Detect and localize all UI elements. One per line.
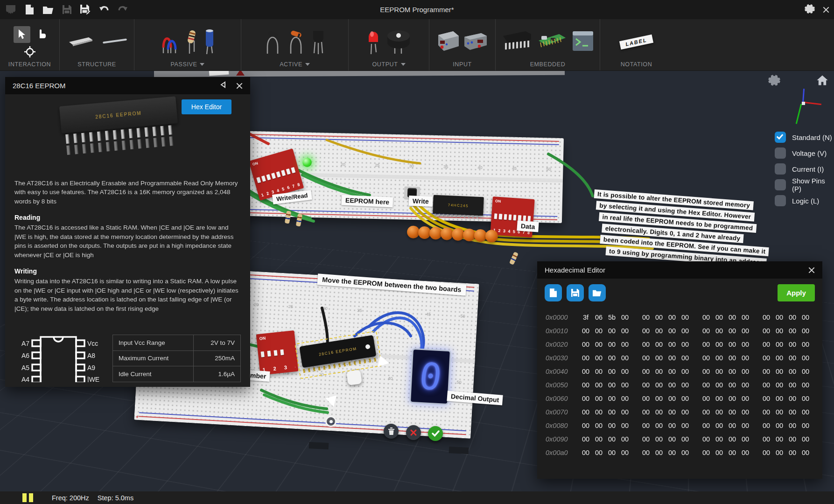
terminal-item[interactable] bbox=[572, 31, 594, 53]
hex-byte[interactable]: 00 bbox=[653, 368, 665, 375]
breadboard-item[interactable] bbox=[66, 32, 95, 52]
green-led[interactable] bbox=[302, 158, 312, 167]
hex-byte[interactable]: 00 bbox=[714, 314, 725, 321]
hex-byte[interactable]: 00 bbox=[606, 422, 617, 429]
window-close-button[interactable] bbox=[823, 7, 829, 13]
hex-byte[interactable]: 00 bbox=[787, 314, 798, 321]
checkbox-unchecked[interactable] bbox=[775, 147, 786, 159]
hex-byte[interactable]: 00 bbox=[787, 408, 798, 416]
hex-byte[interactable]: 00 bbox=[640, 435, 652, 443]
checkbox-unchecked[interactable] bbox=[775, 195, 786, 206]
resistor[interactable] bbox=[509, 252, 519, 265]
hex-byte[interactable]: 00 bbox=[640, 314, 652, 321]
dip-slider[interactable] bbox=[267, 350, 271, 357]
hex-byte[interactable]: 00 bbox=[580, 449, 591, 456]
label-item[interactable]: LABEL bbox=[619, 35, 653, 49]
hex-byte[interactable]: 00 bbox=[593, 354, 604, 362]
hex-byte[interactable]: 00 bbox=[680, 314, 691, 321]
hex-byte[interactable]: 00 bbox=[740, 435, 751, 443]
hex-byte[interactable]: 00 bbox=[787, 395, 798, 402]
rod-item[interactable] bbox=[102, 34, 128, 50]
hex-save-button[interactable] bbox=[567, 284, 584, 301]
dip-slider[interactable] bbox=[523, 215, 526, 221]
hex-byte[interactable]: 00 bbox=[761, 327, 772, 335]
pause-icon[interactable] bbox=[22, 493, 33, 502]
hex-byte[interactable]: 00 bbox=[727, 449, 738, 456]
hex-byte[interactable]: 00 bbox=[653, 341, 665, 348]
hex-byte[interactable]: 00 bbox=[640, 354, 652, 362]
dip-sliders[interactable] bbox=[494, 213, 531, 221]
hex-byte[interactable]: 00 bbox=[653, 381, 665, 389]
dip-slider[interactable] bbox=[281, 169, 286, 175]
hex-panel-close-button[interactable] bbox=[808, 267, 815, 273]
hex-byte[interactable]: 00 bbox=[666, 368, 678, 375]
dip-slider[interactable] bbox=[513, 215, 517, 220]
view-option[interactable]: Voltage (V) bbox=[775, 147, 834, 159]
hex-byte[interactable]: 00 bbox=[580, 354, 591, 362]
hex-byte[interactable]: 00 bbox=[701, 381, 712, 389]
hex-byte[interactable]: 00 bbox=[774, 354, 785, 362]
hex-byte[interactable]: 00 bbox=[653, 314, 665, 321]
hex-byte[interactable]: 00 bbox=[593, 395, 604, 402]
hex-byte[interactable]: 00 bbox=[727, 314, 738, 321]
hex-byte[interactable]: 06 bbox=[593, 314, 604, 321]
hex-byte[interactable]: 00 bbox=[619, 314, 631, 321]
hex-byte[interactable]: 00 bbox=[740, 314, 751, 321]
hex-byte[interactable]: 00 bbox=[640, 422, 652, 429]
led-item[interactable] bbox=[367, 28, 380, 56]
hex-byte[interactable]: 00 bbox=[593, 381, 604, 389]
reset-view-button[interactable] bbox=[816, 74, 829, 89]
hex-byte[interactable]: 00 bbox=[640, 408, 652, 416]
hex-byte[interactable]: 00 bbox=[593, 449, 604, 456]
hex-byte[interactable]: 00 bbox=[761, 314, 772, 321]
focus-tool-button[interactable] bbox=[24, 46, 35, 59]
transistor-item[interactable] bbox=[311, 28, 325, 56]
hex-byte[interactable]: 00 bbox=[774, 449, 785, 456]
hex-editor-button[interactable]: Hex Editor bbox=[182, 99, 231, 114]
dip-sliders[interactable] bbox=[261, 348, 294, 357]
hex-byte[interactable]: 00 bbox=[727, 368, 738, 375]
hex-byte[interactable]: 00 bbox=[680, 381, 691, 389]
hex-byte[interactable]: 00 bbox=[800, 354, 811, 362]
hex-byte[interactable]: 00 bbox=[593, 327, 604, 335]
hex-byte[interactable]: 00 bbox=[701, 368, 712, 375]
dip-slider[interactable] bbox=[261, 351, 265, 357]
dip-slider[interactable] bbox=[256, 177, 261, 183]
capacitor-row[interactable] bbox=[406, 225, 497, 243]
hex-byte[interactable]: 00 bbox=[701, 354, 712, 362]
hex-byte[interactable]: 00 bbox=[666, 422, 678, 429]
hex-byte[interactable]: 00 bbox=[666, 314, 678, 321]
hex-byte[interactable]: 00 bbox=[619, 354, 631, 362]
dip-slider[interactable] bbox=[280, 350, 284, 356]
hex-byte[interactable]: 00 bbox=[619, 408, 631, 416]
hex-byte[interactable]: 00 bbox=[761, 408, 772, 416]
rotate-handle-icon[interactable] bbox=[325, 416, 336, 427]
hex-byte[interactable]: 00 bbox=[680, 327, 691, 335]
microcontroller-item[interactable] bbox=[538, 31, 567, 53]
hex-byte[interactable]: 00 bbox=[593, 435, 604, 443]
hex-byte[interactable]: 00 bbox=[593, 422, 604, 429]
hex-byte[interactable]: 00 bbox=[761, 354, 772, 362]
resistor-item[interactable] bbox=[186, 28, 198, 56]
hex-byte[interactable]: 00 bbox=[714, 341, 725, 348]
hex-byte[interactable]: 00 bbox=[761, 435, 772, 443]
hex-byte[interactable]: 00 bbox=[714, 422, 725, 429]
dip-slider[interactable] bbox=[266, 174, 271, 180]
cancel-button[interactable] bbox=[406, 425, 421, 440]
ic-chip-item[interactable] bbox=[502, 29, 532, 55]
section-label[interactable]: ACTIVE bbox=[280, 61, 310, 68]
hex-byte[interactable]: 00 bbox=[619, 341, 631, 348]
hex-byte[interactable]: 00 bbox=[606, 449, 617, 456]
hex-byte[interactable]: 00 bbox=[774, 408, 785, 416]
hex-byte[interactable]: 00 bbox=[619, 327, 631, 335]
hex-byte[interactable]: 00 bbox=[653, 408, 665, 416]
dip-slider[interactable] bbox=[273, 350, 277, 356]
hex-byte[interactable]: 00 bbox=[761, 381, 772, 389]
hex-byte[interactable]: 00 bbox=[774, 381, 785, 389]
dip-slider[interactable] bbox=[508, 214, 512, 220]
capacitor[interactable] bbox=[485, 230, 498, 243]
seven-segment-display[interactable]: 0 bbox=[409, 348, 451, 405]
hex-byte[interactable]: 00 bbox=[606, 408, 617, 416]
hex-byte[interactable]: 5b bbox=[606, 314, 617, 321]
dip-switch-4[interactable]: ON 1 2 3 4 bbox=[256, 330, 299, 375]
